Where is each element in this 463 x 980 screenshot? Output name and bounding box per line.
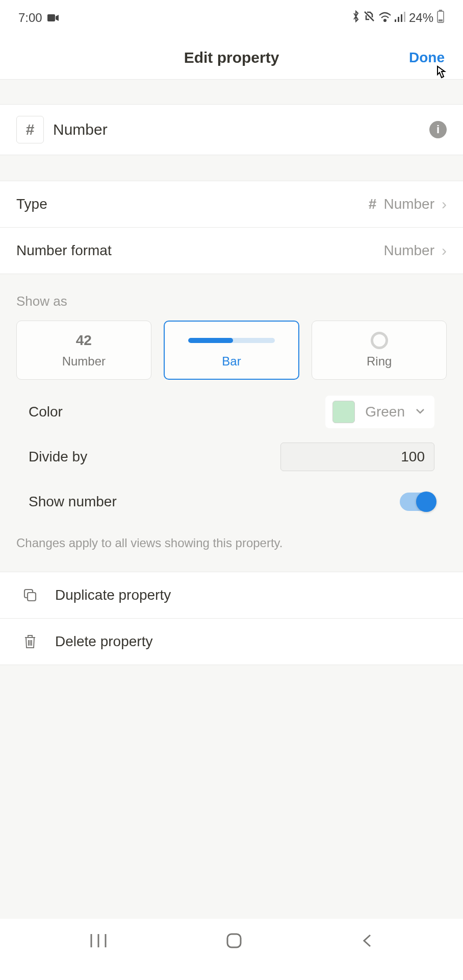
wifi-icon xyxy=(378,11,392,25)
svg-rect-8 xyxy=(439,19,443,21)
divide-by-label: Divide by xyxy=(29,449,87,465)
note-text: Changes apply to all views showing this … xyxy=(0,517,463,572)
status-time: 7:00 xyxy=(18,11,42,25)
color-label: Color xyxy=(29,404,63,420)
battery-icon xyxy=(436,10,445,26)
home-button[interactable] xyxy=(225,932,243,951)
divide-by-input[interactable]: 100 xyxy=(280,443,434,471)
delete-property-button[interactable]: Delete property xyxy=(0,619,463,665)
info-icon[interactable]: i xyxy=(429,121,447,138)
number-format-row[interactable]: Number format Number › xyxy=(0,228,463,274)
camera-icon xyxy=(47,11,59,25)
bluetooth-icon xyxy=(352,10,360,26)
chevron-right-icon: › xyxy=(442,195,447,213)
back-button[interactable] xyxy=(361,932,373,951)
property-name-row[interactable]: # Number i xyxy=(0,105,463,155)
show-number-label: Show number xyxy=(29,494,117,510)
chevron-right-icon: › xyxy=(442,242,447,259)
format-value: Number xyxy=(383,242,434,259)
show-number-toggle[interactable] xyxy=(400,493,434,511)
display-option-ring[interactable]: Ring xyxy=(312,321,447,380)
status-bar: 7:00 24% xyxy=(0,0,463,36)
display-option-label: Bar xyxy=(222,354,241,369)
svg-rect-14 xyxy=(227,934,241,947)
svg-rect-0 xyxy=(47,14,55,21)
bar-icon xyxy=(188,338,275,343)
svg-rect-4 xyxy=(401,14,402,22)
color-value: Green xyxy=(365,404,405,420)
hash-icon: # xyxy=(369,196,377,212)
display-option-label: Ring xyxy=(367,354,392,369)
hash-icon: # xyxy=(16,116,44,143)
color-row: Color Green xyxy=(29,397,434,427)
display-option-label: Number xyxy=(62,354,106,369)
chevron-down-icon xyxy=(415,407,425,416)
trash-icon xyxy=(21,633,39,650)
duplicate-property-button[interactable]: Duplicate property xyxy=(0,572,463,619)
display-option-number[interactable]: 42 Number xyxy=(16,321,151,380)
header: Edit property Done xyxy=(0,36,463,80)
number-preview: 42 xyxy=(76,332,92,349)
show-as-label: Show as xyxy=(16,293,447,309)
recents-button[interactable] xyxy=(90,933,107,950)
format-label: Number format xyxy=(16,242,112,259)
type-row[interactable]: Type # Number › xyxy=(0,181,463,228)
color-picker[interactable]: Green xyxy=(325,396,434,428)
property-name-field[interactable]: Number xyxy=(53,121,420,138)
divide-by-row: Divide by 100 xyxy=(29,442,434,472)
svg-rect-10 xyxy=(28,593,36,601)
delete-label: Delete property xyxy=(55,633,152,650)
svg-point-1 xyxy=(384,19,386,21)
vibrate-icon xyxy=(363,10,375,26)
cursor-icon xyxy=(432,62,448,84)
system-nav-bar xyxy=(0,919,463,980)
display-option-bar[interactable]: Bar xyxy=(164,321,300,380)
page-title: Edit property xyxy=(184,49,279,66)
battery-percent: 24% xyxy=(409,11,433,25)
svg-rect-2 xyxy=(395,19,396,22)
duplicate-label: Duplicate property xyxy=(55,587,171,603)
duplicate-icon xyxy=(21,586,39,604)
svg-rect-3 xyxy=(398,17,399,22)
signal-icon xyxy=(395,11,406,25)
type-value: Number xyxy=(383,196,434,212)
svg-rect-5 xyxy=(404,12,405,22)
type-label: Type xyxy=(16,196,47,212)
color-swatch xyxy=(332,401,355,423)
ring-icon xyxy=(371,332,388,349)
show-number-row: Show number xyxy=(29,487,434,517)
